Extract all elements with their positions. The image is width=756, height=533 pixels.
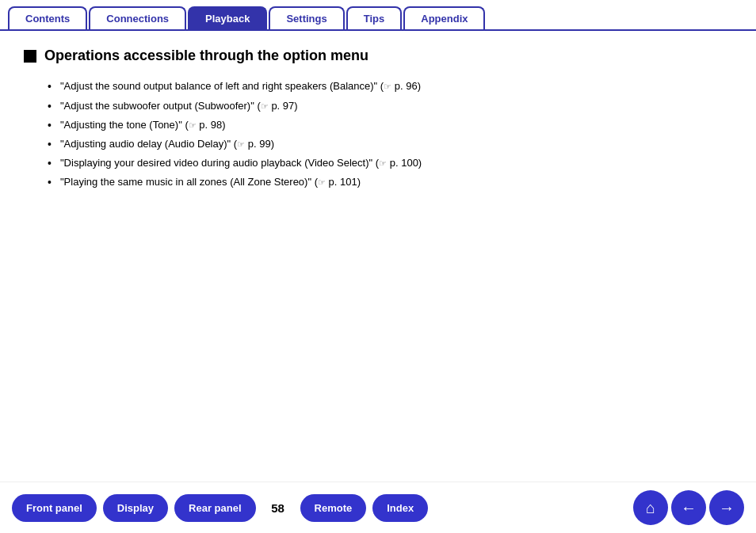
nav-icon-row: ⌂ ← →: [633, 490, 744, 525]
list-item: "Displaying your desired video during au…: [48, 156, 732, 170]
tab-playback[interactable]: Playback: [188, 6, 267, 29]
remote-button[interactable]: Remote: [300, 494, 367, 522]
main-content: Operations accessible through the option…: [0, 31, 756, 211]
back-icon: ←: [681, 499, 697, 517]
list-item: "Adjusting audio delay (Audio Delay)" (☞…: [48, 137, 732, 151]
tab-tips[interactable]: Tips: [346, 6, 403, 29]
rear-panel-button[interactable]: Rear panel: [174, 494, 255, 522]
home-icon: ⌂: [646, 499, 655, 517]
section-header: Operations accessible through the option…: [24, 47, 732, 65]
display-button[interactable]: Display: [103, 494, 168, 522]
home-button[interactable]: ⌂: [633, 490, 668, 525]
list-item-text: "Adjust the subwoofer output (Subwoofer)…: [60, 100, 298, 112]
list-item-text: "Displaying your desired video during au…: [60, 157, 422, 169]
list-item: "Adjust the sound output balance of left…: [48, 79, 732, 93]
tab-navigation: Contents Connections Playback Settings T…: [0, 0, 756, 31]
list-item: "Playing the same music in all zones (Al…: [48, 175, 732, 189]
forward-icon: →: [719, 499, 735, 517]
tab-contents[interactable]: Contents: [8, 6, 87, 29]
list-item-text: "Playing the same music in all zones (Al…: [60, 176, 361, 188]
list-item: "Adjusting the tone (Tone)" (☞ p. 98): [48, 118, 732, 132]
index-button[interactable]: Index: [372, 494, 428, 522]
front-panel-button[interactable]: Front panel: [12, 494, 97, 522]
list-item-text: "Adjusting audio delay (Audio Delay)" (☞…: [60, 138, 274, 150]
forward-button[interactable]: →: [709, 490, 744, 525]
tab-appendix[interactable]: Appendix: [403, 6, 485, 29]
tab-settings[interactable]: Settings: [269, 6, 344, 29]
back-button[interactable]: ←: [671, 490, 706, 525]
list-item: "Adjust the subwoofer output (Subwoofer)…: [48, 99, 732, 113]
bottom-nav: Front panel Display Rear panel 58 Remote…: [0, 482, 756, 533]
page-number: 58: [266, 501, 290, 515]
list-item-text: "Adjust the sound output balance of left…: [60, 80, 421, 92]
list-item-text: "Adjusting the tone (Tone)" (☞ p. 98): [60, 119, 226, 131]
bullet-list: "Adjust the sound output balance of left…: [24, 79, 732, 189]
section-marker: [24, 50, 36, 63]
section-title: Operations accessible through the option…: [44, 47, 368, 65]
tab-connections[interactable]: Connections: [89, 6, 186, 29]
